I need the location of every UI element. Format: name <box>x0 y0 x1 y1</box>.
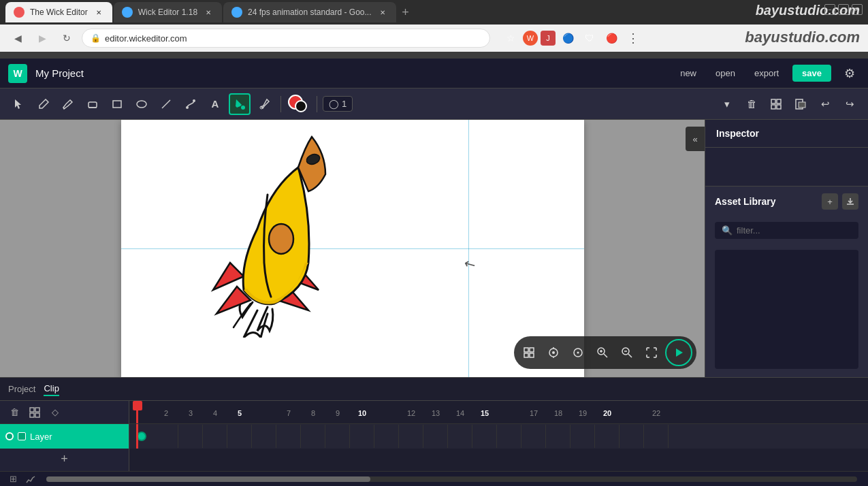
star-icon[interactable]: ☆ <box>501 29 520 48</box>
add-asset-button[interactable]: + <box>822 193 838 210</box>
frame-cell-14[interactable] <box>448 425 472 448</box>
frame-cell-15[interactable] <box>472 425 497 448</box>
delete-layer-button[interactable]: 🗑 <box>7 405 22 420</box>
frame-cell-9[interactable] <box>325 425 350 448</box>
tab1-close[interactable]: ✕ <box>93 7 104 18</box>
ext1-icon[interactable]: W <box>523 31 538 46</box>
frame-cell-8[interactable] <box>301 425 325 448</box>
frame-cell-2[interactable] <box>154 425 178 448</box>
stroke-color-swatch[interactable] <box>295 100 307 112</box>
timeline-scrollbar[interactable] <box>46 476 857 482</box>
ext3-icon[interactable]: 🔵 <box>558 29 577 48</box>
dropdown-button[interactable]: ▾ <box>717 94 737 114</box>
add-layer-button[interactable] <box>27 405 42 420</box>
timeline-controls: 🗑 ◇ <box>0 401 129 424</box>
collapse-panel-button[interactable]: « <box>686 127 705 151</box>
ellipse-tool[interactable] <box>131 93 152 115</box>
timeline-body: 🗑 ◇ Layer + <box>0 401 868 471</box>
frame-cell-1[interactable] <box>129 425 154 448</box>
frame-cell-6[interactable] <box>252 425 276 448</box>
ext4-icon[interactable]: 🛡 <box>580 29 599 48</box>
rect-tool[interactable] <box>106 93 128 115</box>
minimize-btn[interactable]: − <box>824 4 835 15</box>
tab-google[interactable]: 24 fps animation standard - Goo... ✕ <box>223 2 396 22</box>
ext5-icon[interactable]: 🔴 <box>602 29 621 48</box>
canvas-area[interactable]: ↖ <box>0 120 705 377</box>
ext2-icon[interactable]: J <box>541 31 556 46</box>
timeline-add-button[interactable]: ⊞ <box>7 473 19 485</box>
frame-cell-22[interactable] <box>644 425 669 448</box>
brush-tool[interactable] <box>33 93 54 115</box>
onion-skin-control[interactable]: ◯ 1 <box>323 96 353 112</box>
new-tab-button[interactable]: + <box>396 3 415 22</box>
frame-cell-5[interactable] <box>227 425 252 448</box>
frame-cell-17[interactable] <box>521 425 546 448</box>
select-tool[interactable] <box>8 93 30 115</box>
open-button[interactable]: open <box>710 65 741 81</box>
path-tool[interactable] <box>180 93 202 115</box>
maximize-btn[interactable]: □ <box>838 4 849 15</box>
frame-cell-7[interactable] <box>276 425 301 448</box>
recenter-button[interactable] <box>543 342 564 363</box>
frame-cell-10[interactable] <box>350 425 374 448</box>
frame-cell-12[interactable] <box>399 425 423 448</box>
tab2-close[interactable]: ✕ <box>203 7 214 18</box>
origin-button[interactable] <box>567 342 589 363</box>
frame-cell-3[interactable] <box>178 425 203 448</box>
grid-toggle-button[interactable] <box>518 342 540 363</box>
frame-cell-19[interactable] <box>570 425 595 448</box>
close-btn[interactable]: ✕ <box>852 4 863 15</box>
forward-button[interactable]: ▶ <box>33 29 52 48</box>
redo-button[interactable]: ↪ <box>839 94 860 114</box>
zoom-out-button[interactable] <box>616 342 638 363</box>
layer-frames-row <box>129 424 868 449</box>
menu-icon[interactable]: ⋮ <box>624 29 643 48</box>
frame-cell-20[interactable] <box>595 425 620 448</box>
frame-cell-13[interactable] <box>423 425 448 448</box>
eyedropper-tool[interactable] <box>253 93 275 115</box>
tab-wick-editor[interactable]: The Wick Editor ✕ <box>5 2 112 22</box>
browser-icons: ☆ W J 🔵 🛡 🔴 ⋮ <box>501 29 643 48</box>
export-button[interactable]: export <box>749 65 784 81</box>
frame-cell-18[interactable] <box>546 425 570 448</box>
add-layer-row-button[interactable]: + <box>0 449 129 469</box>
tab3-close[interactable]: ✕ <box>377 7 388 18</box>
frame-num-10: 10 <box>350 406 374 419</box>
layer-visibility-dot[interactable] <box>5 432 14 440</box>
layer-row[interactable]: Layer <box>0 424 129 449</box>
layer-lock-icon[interactable] <box>18 432 26 440</box>
color-swatches <box>287 93 311 115</box>
timeline-tab-project[interactable]: Project <box>8 383 35 395</box>
reload-button[interactable]: ↻ <box>57 29 76 48</box>
pencil-tool[interactable] <box>57 93 79 115</box>
text-tool[interactable]: A <box>204 93 226 115</box>
timeline-chart-button[interactable] <box>25 473 37 485</box>
playhead-frames <box>136 424 138 449</box>
frame-cell-21[interactable] <box>620 425 644 448</box>
asset-search-input[interactable] <box>737 225 852 236</box>
keyframe-button[interactable]: ◇ <box>48 405 63 420</box>
delete-button[interactable]: 🗑 <box>741 94 762 114</box>
frame-cell-16[interactable] <box>497 425 521 448</box>
project-name: My Project <box>35 67 84 79</box>
inspector-panel: Inspector Asset Library + 🔍 <box>705 120 868 377</box>
zoom-in-button[interactable] <box>592 342 613 363</box>
back-button[interactable]: ◀ <box>8 29 27 48</box>
play-button[interactable] <box>665 339 692 366</box>
eraser-tool[interactable] <box>82 93 103 115</box>
fullscreen-button[interactable] <box>641 342 662 363</box>
tab-wick-editor-2[interactable]: Wick Editor 1.18 ✕ <box>114 2 222 22</box>
fill-tool[interactable] <box>229 93 251 115</box>
frame-cell-11[interactable] <box>374 425 399 448</box>
settings-button[interactable]: ⚙ <box>839 63 860 84</box>
line-tool[interactable] <box>155 93 177 115</box>
group-button[interactable] <box>766 94 786 114</box>
save-button[interactable]: save <box>792 65 831 82</box>
export-asset-button[interactable] <box>842 193 858 210</box>
timeline-tab-clip[interactable]: Clip <box>44 382 59 396</box>
undo-button[interactable]: ↩ <box>815 94 835 114</box>
new-button[interactable]: new <box>675 65 702 81</box>
frame-cell-4[interactable] <box>203 425 227 448</box>
timeline-scrollbar-thumb[interactable] <box>46 476 370 482</box>
clip-button[interactable] <box>790 94 811 114</box>
